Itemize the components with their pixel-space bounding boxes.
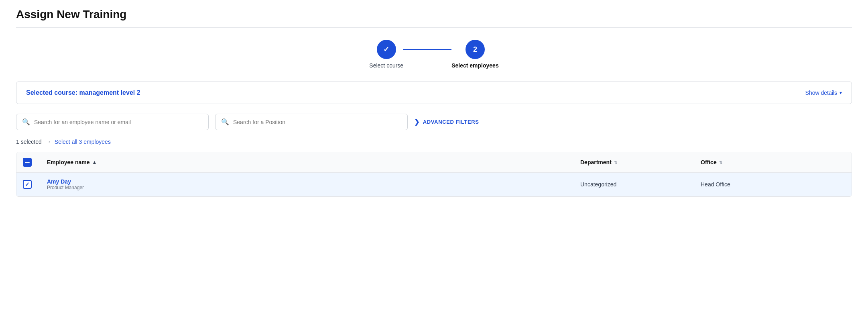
office-cell: Head Office	[701, 181, 821, 188]
search-icon: 🔍	[22, 118, 30, 126]
table-row: ✓ Amy Day Product Manager Uncategorized …	[16, 173, 852, 196]
position-search-input[interactable]	[233, 119, 402, 125]
employee-role: Product Manager	[47, 185, 580, 190]
office-value: Head Office	[701, 181, 730, 188]
chevron-down-icon: ▾	[840, 90, 842, 96]
th-department: Department ⇅	[580, 159, 701, 165]
sort-both-icon-office[interactable]: ⇅	[719, 160, 722, 165]
indeterminate-icon	[25, 162, 30, 163]
selected-count: 1 selected	[16, 139, 42, 145]
position-search-box[interactable]: 🔍	[215, 114, 408, 130]
th-office-label: Office	[701, 159, 717, 165]
page-container: Assign New Training ✓ Select course 2 Se…	[0, 0, 868, 335]
course-banner-title: Selected course: management level 2	[26, 89, 140, 96]
position-search-icon: 🔍	[221, 118, 229, 126]
select-all-checkbox[interactable]	[23, 158, 32, 167]
advanced-filters-button[interactable]: ❯ ADVANCED FILTERS	[414, 118, 479, 126]
course-banner: Selected course: management level 2 Show…	[16, 82, 852, 104]
step-connector	[403, 49, 451, 50]
step-2-label: Select employees	[451, 62, 499, 69]
th-employee-name-label: Employee name	[47, 159, 90, 165]
table-header: Employee name ▲ Department ⇅ Office ⇅	[16, 152, 852, 173]
department-cell: Uncategorized	[580, 181, 701, 188]
employee-search-input[interactable]	[34, 119, 203, 125]
th-department-label: Department	[580, 159, 612, 165]
th-checkbox	[23, 158, 47, 167]
employee-checkbox[interactable]: ✓	[23, 180, 32, 189]
th-employee-name: Employee name ▲	[47, 159, 580, 165]
selection-row: 1 selected → Select all 3 employees	[16, 138, 852, 145]
step-1: ✓ Select course	[369, 40, 403, 69]
employees-table: Employee name ▲ Department ⇅ Office ⇅ ✓ …	[16, 152, 852, 197]
row-checkbox-cell: ✓	[23, 180, 47, 189]
employee-search-box[interactable]: 🔍	[16, 114, 209, 130]
title-divider	[16, 27, 852, 28]
show-details-label: Show details	[805, 90, 837, 96]
sort-asc-icon[interactable]: ▲	[92, 159, 97, 165]
department-value: Uncategorized	[580, 181, 616, 188]
step-1-circle: ✓	[377, 40, 396, 59]
filters-row: 🔍 🔍 ❯ ADVANCED FILTERS	[16, 114, 852, 130]
show-details-button[interactable]: Show details ▾	[805, 90, 842, 96]
page-title: Assign New Training	[16, 8, 852, 21]
step-1-label: Select course	[369, 62, 403, 69]
employee-info: Amy Day Product Manager	[47, 178, 580, 190]
check-icon: ✓	[25, 181, 30, 188]
step-2: 2 Select employees	[451, 40, 499, 69]
employee-name[interactable]: Amy Day	[47, 178, 580, 185]
select-all-link[interactable]: Select all 3 employees	[55, 139, 111, 145]
arrow-icon: →	[45, 138, 51, 145]
th-office: Office ⇅	[701, 159, 821, 165]
sort-both-icon[interactable]: ⇅	[614, 160, 617, 165]
chevron-right-icon: ❯	[414, 118, 420, 126]
step-2-circle: 2	[466, 40, 485, 59]
advanced-filters-label: ADVANCED FILTERS	[423, 119, 479, 125]
stepper: ✓ Select course 2 Select employees	[16, 40, 852, 69]
